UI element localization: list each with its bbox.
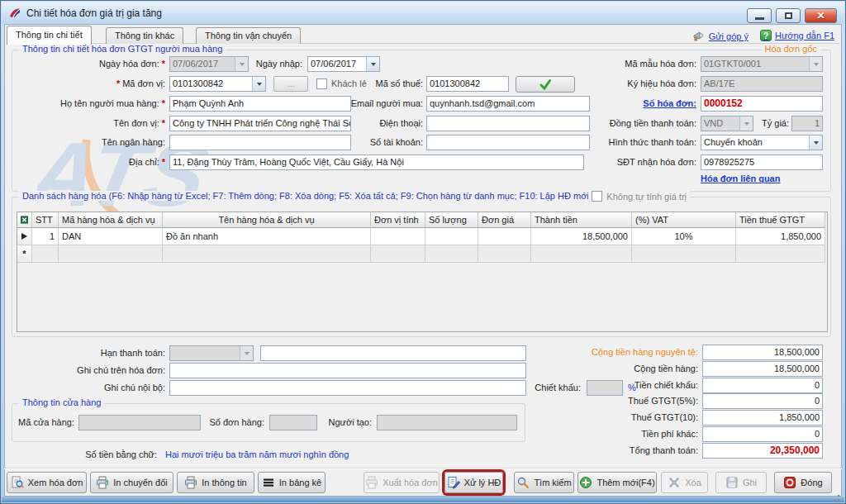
receive-phone-input[interactable]: 0978925275 [701,155,823,170]
auto-calc-checkbox [592,191,602,202]
tab-label: Thông tin vận chuyển [205,31,292,40]
auto-calc-label: Không tự tính giá trị [606,192,687,202]
close-icon: ✕ [816,11,825,21]
col-header-ma-hang[interactable]: Mã hàng hóa & dịch vụ [59,212,163,228]
bottom-frame [2,497,844,502]
chevron-down-icon[interactable] [366,57,379,71]
amount-in-words-value: Hai mươi triệu ba trăm năm mươi nghìn đồ… [165,447,512,462]
col-header-vat[interactable]: (%) VAT [632,212,736,228]
search-button[interactable]: Tìm kiếm [514,472,574,493]
grand-total-label: Tổng thanh toán: [529,443,698,458]
table-row[interactable]: 1 DAN Đồ ăn nhanh 18,500,000 10% 1,850,0… [17,228,827,245]
col-header-thanh-tien[interactable]: Thành tiền [531,212,632,228]
due-date-combo [169,345,254,361]
chevron-down-icon[interactable] [252,77,265,91]
invoice-note-input[interactable] [169,363,526,378]
print-conversion-button[interactable]: In chuyển đổi [90,472,173,493]
add-new-button[interactable]: Thêm mới(F4) [577,472,657,493]
phone-input[interactable] [426,116,590,131]
unit-code-combo[interactable]: 0101300842 [169,76,266,92]
chevron-down-icon[interactable] [809,136,822,150]
company-name-input[interactable]: Công ty TNHH Phát triển Công nghệ Thái S… [169,116,351,131]
col-header-don-gia[interactable]: Đơn giá [478,212,531,228]
feedback-link[interactable]: Gửi góp ý [692,30,749,43]
address-label: Địa chỉ:* [17,155,165,169]
creator-label: Người tạo: [324,415,372,430]
close-form-button[interactable]: Đóng [774,472,832,493]
col-header-so-luong[interactable]: Số lượng [425,212,478,228]
internal-note-label: Ghi chú nội bộ: [12,380,165,395]
new-cell[interactable] [478,245,531,263]
tax-code-input[interactable]: 0101300842 [426,76,509,92]
buyer-name-input[interactable]: Phạm Quỳnh Anh [169,96,351,112]
unit-code-label: *Mã đơn vị: [17,76,165,91]
internal-note-input[interactable] [169,380,526,396]
exchange-rate-input: 1 [791,116,823,131]
new-row[interactable]: * [17,245,827,263]
entry-date-combo[interactable]: 07/06/2017 [307,56,380,72]
process-invoice-icon [447,476,460,489]
cell-stt[interactable]: 1 [32,228,59,245]
invoice-no-link[interactable]: Số hóa đơn: [582,96,696,111]
new-cell[interactable] [531,245,632,263]
retail-customer-checkbox[interactable] [316,78,327,89]
tab-thong-tin-khac[interactable]: Thông tin khác [106,27,183,44]
tab-thong-tin-van-chuyen[interactable]: Thông tin vận chuyển [196,27,301,44]
search-icon [516,476,530,489]
email-input[interactable]: quynhanh.tsd@gmail.com [426,96,590,112]
print-info-button[interactable]: In thông tin [177,472,254,493]
payment-method-label: Hình thức thanh toán: [582,135,696,150]
resize-grip[interactable] [830,492,840,502]
new-cell[interactable] [59,245,163,263]
grid-header-row: STT Mã hàng hóa & dịch vụ Tên hàng hóa &… [17,212,827,228]
cell-don-gia[interactable] [478,228,531,245]
cell-tien-thue[interactable]: 1,850,000 [736,228,825,245]
bank-name-input[interactable] [169,135,351,150]
col-header-don-vi-tinh[interactable]: Đơn vị tính [371,212,425,228]
amount-in-words-label: Số tiền bằng chữ: [12,447,157,462]
grid-corner-cell[interactable] [17,212,32,228]
new-cell[interactable] [163,245,371,263]
print-list-button[interactable]: In bảng kê [258,472,326,493]
button-label: In thông tin [202,478,246,487]
close-button[interactable]: ✕ [805,8,837,23]
col-header-stt[interactable]: STT [32,212,59,228]
maximize-button[interactable] [776,8,801,23]
delete-button: Xóa [661,472,708,493]
new-cell[interactable] [632,245,736,263]
new-cell[interactable] [736,245,825,263]
cell-thanh-tien[interactable]: 18,500,000 [531,228,632,245]
new-cell[interactable] [371,245,425,263]
related-invoice-link[interactable]: Hóa đơn liên quan [701,174,780,183]
required-marker: * [162,157,165,167]
cell-vat[interactable]: 10% [632,228,736,245]
cell-ma-hang[interactable]: DAN [59,228,163,245]
button-label: Xuất hóa đơn [383,478,438,487]
chevron-down-icon [240,346,253,360]
discount-amount-value: 0 [702,378,823,393]
account-no-input[interactable] [426,135,590,150]
invoice-note-label: Ghi chú trên hóa đơn: [12,363,165,378]
new-cell[interactable] [425,245,478,263]
minimize-button[interactable] [747,8,772,23]
col-header-tien-thue[interactable]: Tiền thuế GTGT [736,212,825,228]
new-cell[interactable] [32,245,59,263]
help-link[interactable]: ? Hướng dẫn F1 [760,30,834,41]
items-group-title: Danh sách hàng hóa (F6: Nhập hàng từ Exc… [19,191,647,201]
browse-button[interactable]: ... [273,76,308,92]
printer-icon [365,476,378,489]
payment-method-combo[interactable]: Chuyển khoản [701,135,823,150]
cell-don-vi-tinh[interactable] [371,228,425,245]
col-header-ten-hang[interactable]: Tên hàng hóa & dịch vụ [163,212,371,228]
invoice-no-input[interactable]: 0000152 [701,96,823,112]
address-input[interactable]: 11, Đặng Thùy Trâm, Hoàng Quốc Việt, Cầu… [169,155,584,170]
cell-ten-hang[interactable]: Đồ ăn nhanh [163,228,371,245]
cell-so-luong[interactable] [425,228,478,245]
process-invoice-button[interactable]: Xử lý HĐ [444,472,503,493]
verify-tax-code-button[interactable] [516,76,575,93]
serial-input: AB/17E [701,76,823,92]
tab-thong-tin-chi-tiet[interactable]: Thông tin chi tiết [7,26,92,45]
due-date-note-input[interactable] [260,345,526,361]
view-invoice-button[interactable]: Xem hóa đơn [7,472,87,493]
creator-input [377,415,517,430]
